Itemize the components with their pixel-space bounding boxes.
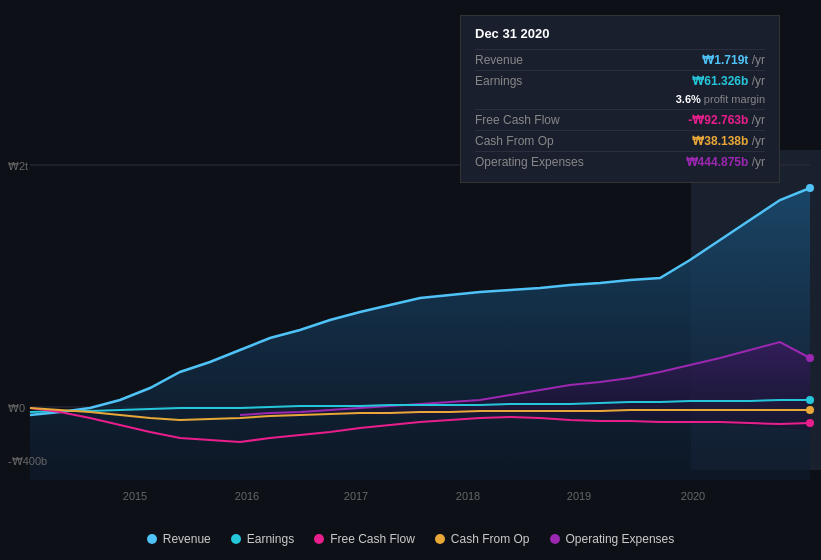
tooltip-label-fcf: Free Cash Flow — [475, 113, 560, 127]
legend-item-revenue[interactable]: Revenue — [147, 532, 211, 546]
legend-label-earnings: Earnings — [247, 532, 294, 546]
tooltip-label-earnings: Earnings — [475, 74, 522, 88]
tooltip-label-opex: Operating Expenses — [475, 155, 584, 169]
chart-legend: Revenue Earnings Free Cash Flow Cash Fro… — [0, 532, 821, 546]
tooltip-value-opex: ₩444.875b /yr — [686, 155, 765, 169]
tooltip-title: Dec 31 2020 — [475, 26, 765, 41]
legend-label-cashfromop: Cash From Op — [451, 532, 530, 546]
svg-point-3 — [806, 354, 814, 362]
svg-point-5 — [806, 419, 814, 427]
tooltip-row-cashfromop: Cash From Op ₩38.138b /yr — [475, 130, 765, 151]
legend-item-fcf[interactable]: Free Cash Flow — [314, 532, 415, 546]
y-label-2t: ₩2t — [8, 160, 28, 173]
x-label-2017: 2017 — [344, 490, 368, 502]
tooltip-row-earnings: Earnings ₩61.326b /yr — [475, 70, 765, 91]
x-label-2015: 2015 — [123, 490, 147, 502]
legend-dot-fcf — [314, 534, 324, 544]
legend-label-revenue: Revenue — [163, 532, 211, 546]
tooltip-row-revenue: Revenue ₩1.719t /yr — [475, 49, 765, 70]
x-label-2020: 2020 — [681, 490, 705, 502]
tooltip-value-earnings: ₩61.326b /yr — [692, 74, 765, 88]
legend-item-earnings[interactable]: Earnings — [231, 532, 294, 546]
tooltip-row-opex: Operating Expenses ₩444.875b /yr — [475, 151, 765, 172]
legend-item-opex[interactable]: Operating Expenses — [550, 532, 675, 546]
tooltip-label-revenue: Revenue — [475, 53, 523, 67]
svg-point-2 — [806, 184, 814, 192]
x-label-2018: 2018 — [456, 490, 480, 502]
tooltip-label-cashfromop: Cash From Op — [475, 134, 554, 148]
x-label-2016: 2016 — [235, 490, 259, 502]
svg-point-4 — [806, 396, 814, 404]
tooltip-value-revenue: ₩1.719t /yr — [702, 53, 765, 67]
legend-item-cashfromop[interactable]: Cash From Op — [435, 532, 530, 546]
legend-dot-earnings — [231, 534, 241, 544]
legend-dot-cashfromop — [435, 534, 445, 544]
y-label-0: ₩0 — [8, 402, 25, 415]
x-label-2019: 2019 — [567, 490, 591, 502]
tooltip-row-fcf: Free Cash Flow -₩92.763b /yr — [475, 109, 765, 130]
tooltip-value-fcf: -₩92.763b /yr — [688, 113, 765, 127]
tooltip-profit-margin: 3.6% profit margin — [475, 91, 765, 109]
svg-point-6 — [806, 406, 814, 414]
legend-dot-revenue — [147, 534, 157, 544]
tooltip: Dec 31 2020 Revenue ₩1.719t /yr Earnings… — [460, 15, 780, 183]
y-label-neg400: -₩400b — [8, 455, 47, 468]
legend-label-opex: Operating Expenses — [566, 532, 675, 546]
legend-dot-opex — [550, 534, 560, 544]
chart-container: ₩2t ₩0 -₩400b 2015 2016 2017 2018 2019 2… — [0, 0, 821, 560]
legend-label-fcf: Free Cash Flow — [330, 532, 415, 546]
tooltip-value-cashfromop: ₩38.138b /yr — [692, 134, 765, 148]
